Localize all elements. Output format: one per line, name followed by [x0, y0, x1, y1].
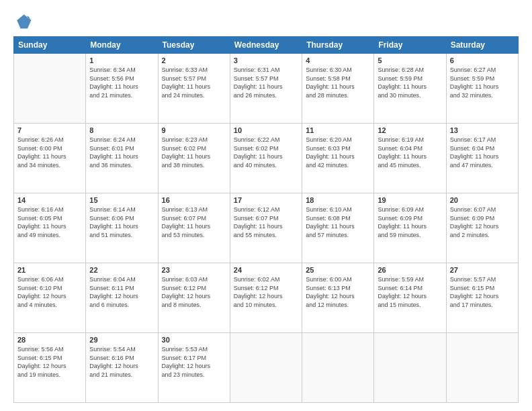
day-cell: 5Sunrise: 6:28 AM Sunset: 5:59 PM Daylig…: [374, 54, 446, 124]
day-number: 6: [450, 56, 515, 64]
day-number: 29: [89, 336, 154, 344]
day-info: Sunrise: 6:16 AM Sunset: 6:05 PM Dayligh…: [17, 205, 82, 239]
day-info: Sunrise: 6:30 AM Sunset: 5:58 PM Dayligh…: [306, 66, 370, 99]
day-number: 7: [17, 126, 82, 134]
day-cell: 9Sunrise: 6:23 AM Sunset: 6:02 PM Daylig…: [158, 124, 230, 193]
day-number: 19: [378, 196, 442, 204]
day-info: Sunrise: 6:34 AM Sunset: 5:56 PM Dayligh…: [89, 66, 154, 99]
week-row-4: 21Sunrise: 6:06 AM Sunset: 6:10 PM Dayli…: [14, 263, 519, 333]
day-cell: [230, 333, 302, 403]
day-info: Sunrise: 6:22 AM Sunset: 6:02 PM Dayligh…: [234, 136, 298, 169]
day-number: 8: [89, 126, 154, 134]
day-number: 22: [89, 266, 154, 274]
day-info: Sunrise: 6:17 AM Sunset: 6:04 PM Dayligh…: [450, 136, 515, 169]
calendar-body: 1Sunrise: 6:34 AM Sunset: 5:56 PM Daylig…: [14, 54, 519, 403]
day-cell: 27Sunrise: 5:57 AM Sunset: 6:15 PM Dayli…: [446, 263, 518, 333]
day-cell: 12Sunrise: 6:19 AM Sunset: 6:04 PM Dayli…: [374, 124, 446, 193]
day-cell: 23Sunrise: 6:03 AM Sunset: 6:12 PM Dayli…: [158, 263, 230, 333]
day-cell: 30Sunrise: 5:53 AM Sunset: 6:17 PM Dayli…: [158, 333, 230, 403]
week-row-1: 1Sunrise: 6:34 AM Sunset: 5:56 PM Daylig…: [14, 54, 519, 124]
day-cell: 21Sunrise: 6:06 AM Sunset: 6:10 PM Dayli…: [14, 263, 86, 333]
day-info: Sunrise: 6:10 AM Sunset: 6:08 PM Dayligh…: [306, 205, 370, 239]
day-cell: [302, 333, 374, 403]
header-row: SundayMondayTuesdayWednesdayThursdayFrid…: [14, 37, 519, 54]
logo-icon: [13, 12, 32, 31]
day-number: 9: [162, 126, 226, 134]
day-number: 25: [306, 266, 370, 274]
day-cell: 13Sunrise: 6:17 AM Sunset: 6:04 PM Dayli…: [446, 124, 518, 193]
day-info: Sunrise: 6:23 AM Sunset: 6:02 PM Dayligh…: [162, 136, 226, 169]
day-cell: 15Sunrise: 6:14 AM Sunset: 6:06 PM Dayli…: [86, 193, 158, 263]
day-cell: 29Sunrise: 5:54 AM Sunset: 6:16 PM Dayli…: [86, 333, 158, 403]
day-number: 4: [306, 56, 370, 64]
calendar-table: SundayMondayTuesdayWednesdayThursdayFrid…: [13, 36, 519, 403]
day-cell: 3Sunrise: 6:31 AM Sunset: 5:57 PM Daylig…: [230, 54, 302, 124]
day-number: 26: [378, 266, 442, 274]
day-info: Sunrise: 6:31 AM Sunset: 5:57 PM Dayligh…: [234, 66, 298, 99]
day-cell: 20Sunrise: 6:07 AM Sunset: 6:09 PM Dayli…: [446, 193, 518, 263]
week-row-3: 14Sunrise: 6:16 AM Sunset: 6:05 PM Dayli…: [14, 193, 519, 263]
day-number: 17: [234, 196, 298, 204]
day-header-wednesday: Wednesday: [230, 37, 302, 54]
day-number: 12: [378, 126, 442, 134]
day-cell: 28Sunrise: 5:56 AM Sunset: 6:15 PM Dayli…: [14, 333, 86, 403]
day-info: Sunrise: 6:02 AM Sunset: 6:12 PM Dayligh…: [234, 275, 298, 309]
day-info: Sunrise: 6:19 AM Sunset: 6:04 PM Dayligh…: [378, 136, 442, 169]
day-number: 15: [89, 196, 154, 204]
day-info: Sunrise: 6:12 AM Sunset: 6:07 PM Dayligh…: [234, 205, 298, 239]
day-cell: 16Sunrise: 6:13 AM Sunset: 6:07 PM Dayli…: [158, 193, 230, 263]
day-number: 18: [306, 196, 370, 204]
day-cell: 4Sunrise: 6:30 AM Sunset: 5:58 PM Daylig…: [302, 54, 374, 124]
day-cell: 1Sunrise: 6:34 AM Sunset: 5:56 PM Daylig…: [86, 54, 158, 124]
day-info: Sunrise: 6:07 AM Sunset: 6:09 PM Dayligh…: [450, 205, 515, 239]
day-number: 24: [234, 266, 298, 274]
day-number: 5: [378, 56, 442, 64]
day-info: Sunrise: 5:56 AM Sunset: 6:15 PM Dayligh…: [17, 345, 82, 379]
day-info: Sunrise: 6:13 AM Sunset: 6:07 PM Dayligh…: [162, 205, 226, 239]
day-cell: 11Sunrise: 6:20 AM Sunset: 6:03 PM Dayli…: [302, 124, 374, 193]
day-cell: 8Sunrise: 6:24 AM Sunset: 6:01 PM Daylig…: [86, 124, 158, 193]
day-info: Sunrise: 6:20 AM Sunset: 6:03 PM Dayligh…: [306, 136, 370, 169]
day-cell: 6Sunrise: 6:27 AM Sunset: 5:59 PM Daylig…: [446, 54, 518, 124]
day-number: 3: [234, 56, 298, 64]
day-cell: 26Sunrise: 5:59 AM Sunset: 6:14 PM Dayli…: [374, 263, 446, 333]
day-info: Sunrise: 6:14 AM Sunset: 6:06 PM Dayligh…: [89, 205, 154, 239]
day-info: Sunrise: 6:26 AM Sunset: 6:00 PM Dayligh…: [17, 136, 82, 169]
week-row-2: 7Sunrise: 6:26 AM Sunset: 6:00 PM Daylig…: [14, 124, 519, 193]
day-info: Sunrise: 5:53 AM Sunset: 6:17 PM Dayligh…: [162, 345, 226, 379]
day-info: Sunrise: 5:57 AM Sunset: 6:15 PM Dayligh…: [450, 275, 515, 309]
day-cell: 7Sunrise: 6:26 AM Sunset: 6:00 PM Daylig…: [14, 124, 86, 193]
day-cell: 2Sunrise: 6:33 AM Sunset: 5:57 PM Daylig…: [158, 54, 230, 124]
day-header-saturday: Saturday: [446, 37, 518, 54]
day-cell: 24Sunrise: 6:02 AM Sunset: 6:12 PM Dayli…: [230, 263, 302, 333]
day-number: 20: [450, 196, 515, 204]
day-number: 21: [17, 266, 82, 274]
page: SundayMondayTuesdayWednesdayThursdayFrid…: [0, 0, 532, 411]
day-cell: 14Sunrise: 6:16 AM Sunset: 6:05 PM Dayli…: [14, 193, 86, 263]
day-info: Sunrise: 6:27 AM Sunset: 5:59 PM Dayligh…: [450, 66, 515, 99]
day-info: Sunrise: 5:59 AM Sunset: 6:14 PM Dayligh…: [378, 275, 442, 309]
day-cell: [374, 333, 446, 403]
logo: [13, 12, 35, 31]
day-header-friday: Friday: [374, 37, 446, 54]
day-number: 11: [306, 126, 370, 134]
day-header-monday: Monday: [86, 37, 158, 54]
day-number: 10: [234, 126, 298, 134]
day-info: Sunrise: 6:06 AM Sunset: 6:10 PM Dayligh…: [17, 275, 82, 309]
day-info: Sunrise: 6:09 AM Sunset: 6:09 PM Dayligh…: [378, 205, 442, 239]
day-header-tuesday: Tuesday: [158, 37, 230, 54]
day-cell: 22Sunrise: 6:04 AM Sunset: 6:11 PM Dayli…: [86, 263, 158, 333]
day-cell: 17Sunrise: 6:12 AM Sunset: 6:07 PM Dayli…: [230, 193, 302, 263]
day-number: 2: [162, 56, 226, 64]
day-cell: 19Sunrise: 6:09 AM Sunset: 6:09 PM Dayli…: [374, 193, 446, 263]
day-cell: [14, 54, 86, 124]
day-number: 16: [162, 196, 226, 204]
day-number: 28: [17, 336, 82, 344]
day-info: Sunrise: 5:54 AM Sunset: 6:16 PM Dayligh…: [89, 345, 154, 379]
day-info: Sunrise: 6:03 AM Sunset: 6:12 PM Dayligh…: [162, 275, 226, 309]
day-info: Sunrise: 6:33 AM Sunset: 5:57 PM Dayligh…: [162, 66, 226, 99]
week-row-5: 28Sunrise: 5:56 AM Sunset: 6:15 PM Dayli…: [14, 333, 519, 403]
day-cell: 25Sunrise: 6:00 AM Sunset: 6:13 PM Dayli…: [302, 263, 374, 333]
day-number: 13: [450, 126, 515, 134]
day-info: Sunrise: 6:24 AM Sunset: 6:01 PM Dayligh…: [89, 136, 154, 169]
